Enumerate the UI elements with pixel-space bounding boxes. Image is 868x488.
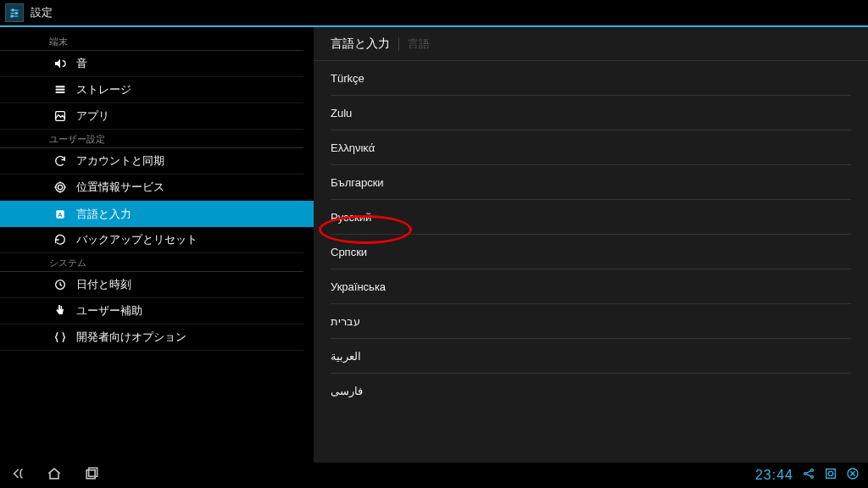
- backup-icon: [51, 233, 70, 247]
- language-option-bulgarian[interactable]: Български: [331, 165, 851, 200]
- language-option-turkce[interactable]: Türkçe: [331, 61, 851, 96]
- language-option-hebrew[interactable]: עברית: [331, 304, 851, 339]
- svg-line-24: [806, 471, 810, 474]
- language-label: Српски: [331, 246, 367, 258]
- svg-point-10: [58, 185, 62, 189]
- share-icon[interactable]: [802, 467, 815, 484]
- svg-point-22: [811, 469, 814, 472]
- language-label: Ελληνικά: [331, 141, 375, 154]
- sidebar-item-label: バックアップとリセット: [54, 232, 198, 247]
- language-option-serbian[interactable]: Српски: [331, 235, 851, 269]
- language-option-arabic[interactable]: العربية: [331, 339, 851, 374]
- location-icon: [51, 180, 70, 194]
- svg-point-11: [56, 183, 65, 192]
- section-header-system: システム: [0, 253, 303, 272]
- section-header-device: 端末: [0, 32, 303, 51]
- language-label: فارسی: [331, 385, 363, 397]
- language-label: Türkçe: [331, 72, 364, 85]
- language-label: Zulu: [331, 107, 352, 119]
- apps-icon: [51, 109, 70, 123]
- language-label: Български: [331, 176, 384, 189]
- language-option-farsi[interactable]: فارسی: [331, 374, 851, 408]
- recent-apps-button[interactable]: [83, 465, 100, 485]
- svg-point-27: [828, 471, 832, 475]
- svg-rect-19: [86, 470, 95, 479]
- language-option-greek[interactable]: Ελληνικά: [331, 130, 851, 165]
- close-icon[interactable]: [846, 467, 860, 484]
- svg-point-3: [15, 12, 17, 14]
- language-label: עברית: [331, 315, 360, 328]
- volume-icon: [51, 57, 70, 70]
- breadcrumb: 言語と入力 言語: [314, 27, 868, 61]
- sidebar-item-accounts[interactable]: アカウントと同期: [0, 148, 303, 175]
- svg-point-21: [804, 473, 807, 475]
- svg-line-25: [806, 474, 810, 477]
- sidebar-item-label: アカウントと同期: [54, 153, 164, 169]
- sidebar-item-location[interactable]: 位置情報サービス: [0, 175, 303, 201]
- sidebar-item-apps[interactable]: アプリ: [0, 103, 303, 130]
- language-label: Русский: [331, 211, 371, 224]
- svg-rect-7: [56, 89, 65, 91]
- language-option-russian[interactable]: Русский: [331, 200, 851, 235]
- breadcrumb-divider: [398, 37, 399, 51]
- settings-sidebar: 端末 音 ストレージ アプリ ユーザー設定 アカウントと同期: [0, 27, 314, 463]
- title-bar: 設定: [0, 0, 868, 25]
- svg-rect-20: [89, 468, 97, 476]
- svg-text:A: A: [58, 210, 63, 218]
- clock-icon: [51, 278, 70, 291]
- sidebar-item-backup[interactable]: バックアップとリセット: [0, 227, 303, 253]
- status-clock: 23:44: [755, 468, 793, 483]
- braces-icon: [51, 330, 70, 344]
- content-subtitle: 言語: [408, 36, 430, 52]
- language-option-ukrainian[interactable]: Українська: [331, 269, 851, 304]
- home-button[interactable]: [46, 465, 63, 485]
- storage-icon: [51, 83, 70, 97]
- page-title: 設定: [31, 5, 53, 20]
- section-header-personal: ユーザー設定: [0, 130, 303, 148]
- sidebar-item-label: 開発者向けオプション: [54, 330, 186, 345]
- content-panel: 言語と入力 言語 Türkçe Zulu Ελληνικά Български …: [314, 27, 868, 463]
- back-button[interactable]: [8, 465, 25, 485]
- sidebar-item-storage[interactable]: ストレージ: [0, 77, 303, 103]
- svg-rect-6: [56, 86, 65, 87]
- language-icon: A: [51, 208, 70, 221]
- sidebar-item-sound[interactable]: 音: [0, 51, 303, 77]
- svg-rect-8: [56, 92, 65, 93]
- system-nav-bar: 23:44: [0, 463, 868, 488]
- language-label: العربية: [331, 350, 361, 363]
- svg-point-1: [12, 9, 14, 11]
- language-option-zulu[interactable]: Zulu: [331, 96, 851, 130]
- svg-point-5: [11, 15, 13, 17]
- svg-point-23: [811, 476, 814, 479]
- language-label: Українська: [331, 280, 386, 293]
- language-list[interactable]: Türkçe Zulu Ελληνικά Български Русский С…: [314, 61, 868, 463]
- svg-rect-26: [826, 469, 836, 479]
- sync-icon: [51, 154, 70, 168]
- sidebar-item-language[interactable]: A 言語と入力: [0, 201, 314, 227]
- screenshot-icon[interactable]: [824, 467, 837, 484]
- sidebar-item-datetime[interactable]: 日付と時刻: [0, 272, 303, 298]
- content-title: 言語と入力: [331, 36, 390, 52]
- hand-icon: [51, 304, 70, 318]
- sidebar-item-developer[interactable]: 開発者向けオプション: [0, 324, 303, 351]
- sidebar-item-label: 位置情報サービス: [54, 180, 164, 195]
- settings-app-icon: [5, 3, 24, 22]
- sidebar-item-accessibility[interactable]: ユーザー補助: [0, 298, 303, 324]
